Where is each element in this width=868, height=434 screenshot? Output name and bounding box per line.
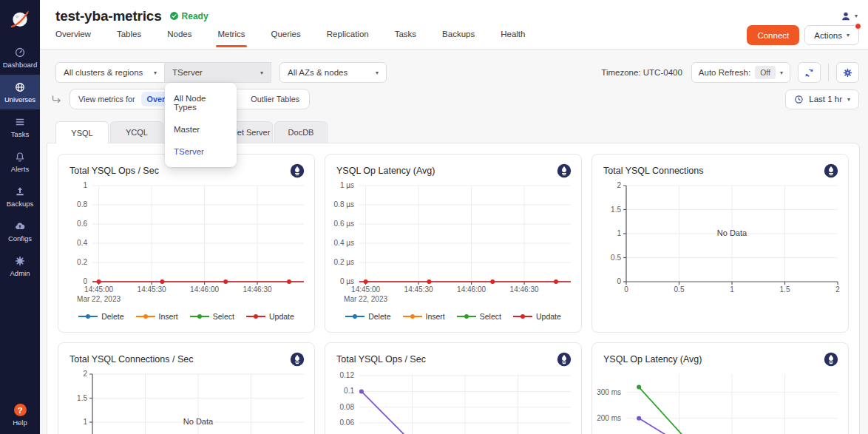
- prometheus-icon[interactable]: [290, 352, 305, 367]
- legend-label: Insert: [426, 312, 445, 321]
- tab-replication[interactable]: Replication: [327, 25, 369, 49]
- chevron-down-icon: ▾: [376, 69, 379, 76]
- tab-health[interactable]: Health: [501, 25, 525, 49]
- svg-text:2: 2: [83, 370, 87, 378]
- sidebar-item-label: Admin: [10, 269, 30, 277]
- prometheus-icon[interactable]: [824, 163, 838, 178]
- tab-tables[interactable]: Tables: [117, 25, 141, 49]
- legend-item-delete[interactable]: Delete: [345, 312, 390, 321]
- legend-label: Insert: [159, 312, 178, 321]
- view-metrics-row: View metrics for OverallOutlier NodesOut…: [40, 89, 868, 109]
- chart-title: Total YSQL Ops / Sec: [69, 166, 159, 176]
- actions-button[interactable]: Actions ▾: [804, 25, 859, 45]
- view-metrics-option[interactable]: Outlier Tables: [245, 92, 305, 106]
- svg-text:14:46:30: 14:46:30: [243, 285, 272, 294]
- node-type-option[interactable]: All Node Types: [165, 87, 237, 118]
- refresh-button[interactable]: [798, 62, 821, 83]
- sidebar-item-universes[interactable]: Universes: [0, 75, 40, 109]
- svg-text:Mar 22, 2023: Mar 22, 2023: [77, 295, 121, 303]
- legend-item-select[interactable]: Select: [457, 312, 501, 321]
- charts-grid: Total YSQL Ops / Sec10.80.60.40.2014:45:…: [47, 143, 859, 434]
- chevron-down-icon: ▾: [855, 13, 858, 19]
- svg-text:2: 2: [617, 181, 621, 189]
- prometheus-icon[interactable]: [557, 163, 572, 178]
- filter-row: All clusters & regions ▾ TServer ▾ All A…: [40, 62, 868, 83]
- legend-dot: [410, 314, 415, 319]
- node-type-option[interactable]: TServer: [165, 140, 237, 163]
- app-logo[interactable]: [0, 0, 40, 40]
- tab-nodes[interactable]: Nodes: [167, 25, 191, 49]
- legend-item-insert[interactable]: Insert: [136, 312, 178, 321]
- sidebar-item-tasks[interactable]: Tasks: [0, 109, 40, 144]
- sidebar-item-label: Tasks: [11, 130, 29, 138]
- settings-button[interactable]: [836, 62, 859, 83]
- az-node-select[interactable]: All AZs & nodes ▾: [279, 62, 387, 83]
- sidebar-item-backups[interactable]: Backups: [0, 179, 40, 214]
- tab-queries[interactable]: Queries: [271, 25, 301, 49]
- chart-card-header: YSQL Op Latency (Avg): [592, 343, 848, 370]
- sidebar-item-label: Alerts: [11, 165, 29, 173]
- auto-refresh-select[interactable]: Auto Refresh: Off ▾: [691, 62, 790, 83]
- chevron-down-icon: ▾: [847, 32, 850, 38]
- legend-item-insert[interactable]: Insert: [403, 312, 445, 321]
- sidebar-item-dashboard[interactable]: Dashboard: [0, 40, 40, 75]
- svg-text:0.4: 0.4: [77, 239, 87, 247]
- metric-tab-docdb[interactable]: DocDB: [274, 121, 328, 143]
- help-icon: ?: [14, 404, 27, 416]
- svg-text:14:45:00: 14:45:00: [351, 285, 380, 294]
- metrics-content: All clusters & regions ▾ TServer ▾ All A…: [40, 50, 868, 434]
- legend-item-delete[interactable]: Delete: [78, 312, 123, 321]
- chart-title: YSQL Op Latency (Avg): [336, 166, 435, 176]
- sidebar-item-admin[interactable]: Admin: [0, 248, 40, 283]
- cluster-region-select[interactable]: All clusters & regions ▾: [55, 62, 165, 83]
- chevron-down-icon: ▾: [780, 69, 783, 76]
- universe-nav-tabs: OverviewTablesNodesMetricsQueriesReplica…: [55, 25, 525, 49]
- time-range-button[interactable]: Last 1 hr ▾: [785, 89, 859, 109]
- chart-plot: 1 µs0.8 µs0.6 µs0.4 µs0.2 µs0 µs14:45:00…: [325, 181, 581, 307]
- sidebar-item-label: Dashboard: [3, 61, 37, 69]
- sidebar-item-configs[interactable]: Configs: [0, 214, 40, 248]
- prometheus-icon[interactable]: [824, 352, 838, 367]
- chart-legend: DeleteInsertSelectUpdate: [325, 307, 581, 326]
- legend-swatch: [513, 316, 532, 317]
- chart-card: YSQL Op Latency (Avg)300 ms200 ms100 ms: [591, 342, 849, 434]
- chart-title: Total YSQL Ops / Sec: [336, 354, 426, 365]
- svg-text:1.5: 1.5: [77, 394, 87, 402]
- tab-tasks[interactable]: Tasks: [395, 25, 416, 49]
- svg-text:1.5: 1.5: [611, 206, 621, 214]
- legend-item-update[interactable]: Update: [513, 312, 561, 321]
- title-row: test-yba-metrics Ready ▾: [40, 0, 868, 25]
- metric-tab-ycql[interactable]: YCQL: [110, 121, 163, 143]
- sidebar-item-help[interactable]: ? Help: [0, 404, 40, 427]
- notification-dot: [855, 23, 861, 30]
- alerts-icon: [14, 151, 26, 163]
- chart-card: Total YSQL Ops / Sec10.80.60.40.2014:45:…: [58, 154, 315, 333]
- tab-metrics[interactable]: Metrics: [217, 25, 245, 49]
- sidebar: DashboardUniversesTasksAlertsBackupsConf…: [0, 0, 40, 434]
- node-type-value: TServer: [172, 68, 203, 77]
- legend-label: Delete: [101, 312, 123, 321]
- svg-text:0.06: 0.06: [340, 418, 355, 427]
- main-area: test-yba-metrics Ready ▾ OverviewTablesN…: [40, 0, 868, 434]
- svg-text:0.1: 0.1: [344, 387, 354, 395]
- svg-text:No Data: No Data: [717, 228, 747, 237]
- svg-text:No Data: No Data: [183, 417, 214, 426]
- legend-item-select[interactable]: Select: [190, 312, 234, 321]
- tab-backups[interactable]: Backups: [442, 25, 475, 49]
- header-actions: Connect Actions ▾: [747, 25, 859, 45]
- legend-item-update[interactable]: Update: [246, 312, 294, 321]
- view-metrics-label: View metrics for: [78, 95, 135, 104]
- metric-tab-ysql[interactable]: YSQL: [55, 121, 109, 143]
- connect-button[interactable]: Connect: [747, 25, 799, 45]
- sidebar-item-alerts[interactable]: Alerts: [0, 144, 40, 179]
- svg-text:0 µs: 0 µs: [340, 277, 354, 285]
- node-type-option[interactable]: Master: [165, 118, 237, 140]
- sidebar-item-label: Configs: [8, 234, 32, 243]
- svg-text:1: 1: [617, 229, 621, 237]
- prometheus-icon[interactable]: [557, 352, 572, 367]
- chart-card-header: YSQL Op Latency (Avg): [325, 155, 581, 181]
- user-menu[interactable]: ▾: [840, 10, 858, 22]
- node-type-select[interactable]: TServer ▾: [165, 62, 271, 83]
- tab-overview[interactable]: Overview: [55, 25, 91, 49]
- prometheus-icon[interactable]: [290, 163, 305, 178]
